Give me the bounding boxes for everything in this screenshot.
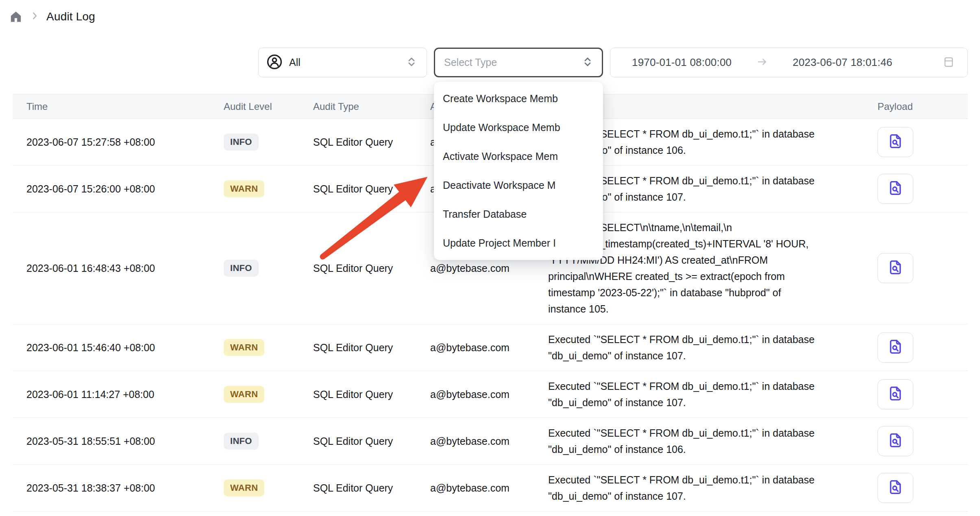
calendar-icon <box>942 55 955 70</box>
payload-button[interactable] <box>878 473 913 503</box>
document-search-icon <box>887 133 904 151</box>
type-filter-placeholder: Select Type <box>444 57 497 68</box>
user-circle-icon <box>266 53 283 72</box>
cell-comment: Executed `"SELECT * FROM db_ui_demo.t1;"… <box>548 472 857 504</box>
cell-payload <box>857 473 968 503</box>
column-header-audit-level: Audit Level <box>224 101 313 112</box>
type-menu-item[interactable]: Update Workspace Memb <box>434 113 603 142</box>
cell-payload <box>857 127 968 157</box>
cell-time: 2023-05-31 18:38:37 +08:00 <box>13 482 224 494</box>
type-menu-item[interactable]: Activate Workspace Mem <box>434 142 603 171</box>
breadcrumb-chevron-icon <box>29 11 40 23</box>
type-menu-item[interactable]: Create Workspace Memb <box>434 84 603 113</box>
date-range-end: 2023-06-07 18:01:46 <box>793 56 892 69</box>
updown-chevron-icon <box>581 56 594 70</box>
home-icon[interactable] <box>9 10 23 24</box>
cell-actor: a@bytebase.com <box>430 389 548 400</box>
comment-line: Executed `"SELECT * FROM db_ui_demo.t1;"… <box>548 331 857 348</box>
audit-level-badge: INFO <box>224 433 259 450</box>
cell-payload <box>857 332 968 363</box>
cell-time: 2023-06-01 16:48:43 +08:00 <box>13 262 224 274</box>
cell-actor: a@bytebase.com <box>430 435 548 447</box>
payload-button[interactable] <box>878 127 913 157</box>
audit-level-badge: INFO <box>224 133 259 151</box>
type-filter-select[interactable]: Select Type <box>434 48 603 77</box>
cell-audit-level: INFO <box>224 433 313 450</box>
type-menu-item[interactable]: Deactivate Workspace M <box>434 171 603 200</box>
cell-audit-type: SQL Editor Query <box>313 342 430 354</box>
table-row: 2023-05-31 18:38:37 +08:00 WARN SQL Edit… <box>13 465 968 512</box>
comment-line: Executed `"SELECT * FROM db_ui_demo.t1;"… <box>548 425 857 441</box>
cell-time: 2023-06-01 11:14:27 +08:00 <box>13 389 224 400</box>
cell-payload <box>857 379 968 409</box>
comment-line: Executed `"SELECT * FROM db_ui_demo.t1;"… <box>548 472 857 488</box>
table-row: 2023-06-01 11:14:27 +08:00 WARN SQL Edit… <box>13 371 968 418</box>
column-header-payload: Payload <box>857 101 968 112</box>
type-menu-item[interactable]: Transfer Database <box>434 200 603 229</box>
table-row: 2023-05-31 18:55:51 +08:00 INFO SQL Edit… <box>13 418 968 465</box>
cell-audit-type: SQL Editor Query <box>313 482 430 494</box>
cell-payload <box>857 253 968 283</box>
document-search-icon <box>887 432 904 450</box>
cell-actor: a@bytebase.com <box>430 342 548 354</box>
document-search-icon <box>887 259 904 278</box>
cell-audit-level: WARN <box>224 479 313 496</box>
date-range-picker[interactable]: 1970-01-01 08:00:00 2023-06-07 18:01:46 <box>610 48 968 77</box>
cell-audit-type: SQL Editor Query <box>313 389 430 400</box>
audit-level-badge: WARN <box>224 180 264 197</box>
partial-next-row <box>13 512 968 516</box>
cell-audit-level: INFO <box>224 260 313 277</box>
document-search-icon <box>887 479 904 497</box>
cell-comment: Executed `"SELECT * FROM db_ui_demo.t1;"… <box>548 425 857 457</box>
payload-button[interactable] <box>878 379 913 409</box>
cell-actor: a@bytebase.com <box>430 262 548 274</box>
breadcrumb: Audit Log <box>9 10 95 24</box>
cell-actor: a@bytebase.com <box>430 482 548 494</box>
cell-audit-type: SQL Editor Query <box>313 136 430 148</box>
cell-comment: Executed `"SELECT * FROM db_ui_demo.t1;"… <box>548 331 857 364</box>
comment-line: Executed `"SELECT * FROM db_ui_demo.t1;"… <box>548 378 857 394</box>
column-header-audit-type: Audit Type <box>313 101 430 112</box>
cell-audit-type: SQL Editor Query <box>313 262 430 274</box>
comment-line: instance 105. <box>548 301 857 317</box>
type-menu-item[interactable]: Update Project Member I <box>434 229 603 258</box>
actor-filter-select[interactable]: All <box>258 48 427 77</box>
audit-level-badge: INFO <box>224 260 259 277</box>
cell-time: 2023-06-07 15:26:00 +08:00 <box>13 183 224 195</box>
cell-comment: Executed `"SELECT * FROM db_ui_demo.t1;"… <box>548 378 857 411</box>
page-title: Audit Log <box>46 10 95 23</box>
cell-time: 2023-05-31 18:55:51 +08:00 <box>13 435 224 447</box>
cell-audit-type: SQL Editor Query <box>313 435 430 447</box>
cell-payload <box>857 426 968 456</box>
audit-level-badge: WARN <box>224 479 264 496</box>
table-row: 2023-06-01 15:46:40 +08:00 WARN SQL Edit… <box>13 324 968 371</box>
comment-line: "db_ui_demo" of instance 107. <box>548 394 857 411</box>
comment-line: "db_ui_demo" of instance 106. <box>548 441 857 457</box>
type-filter-menu: Create Workspace Memb Update Workspace M… <box>434 82 603 260</box>
audit-log-page: Audit Log All Select Type 1970-01-01 08:… <box>0 0 980 516</box>
document-search-icon <box>887 385 904 404</box>
audit-level-badge: WARN <box>224 386 264 403</box>
payload-button[interactable] <box>878 426 913 456</box>
document-search-icon <box>887 179 904 198</box>
document-search-icon <box>887 338 904 357</box>
column-header-time: Time <box>13 101 224 112</box>
cell-payload <box>857 174 968 204</box>
cell-time: 2023-06-07 15:27:58 +08:00 <box>13 136 224 148</box>
arrow-right-icon <box>756 56 768 70</box>
actor-filter-value: All <box>289 57 301 68</box>
comment-line: "db_ui_demo" of instance 107. <box>548 348 857 364</box>
payload-button[interactable] <box>878 332 913 363</box>
cell-audit-type: SQL Editor Query <box>313 183 430 195</box>
cell-time: 2023-06-01 15:46:40 +08:00 <box>13 342 224 354</box>
cell-audit-level: WARN <box>224 180 313 197</box>
cell-audit-level: INFO <box>224 133 313 151</box>
comment-line: "db_ui_demo" of instance 107. <box>548 488 857 504</box>
payload-button[interactable] <box>878 253 913 283</box>
cell-audit-level: WARN <box>224 339 313 356</box>
cell-audit-level: WARN <box>224 386 313 403</box>
payload-button[interactable] <box>878 174 913 204</box>
comment-line: principal\nWHERE created_ts >= extract(e… <box>548 268 857 284</box>
date-range-start: 1970-01-01 08:00:00 <box>632 56 732 69</box>
comment-line: timestamp '2023-05-22');"` in database "… <box>548 284 857 301</box>
